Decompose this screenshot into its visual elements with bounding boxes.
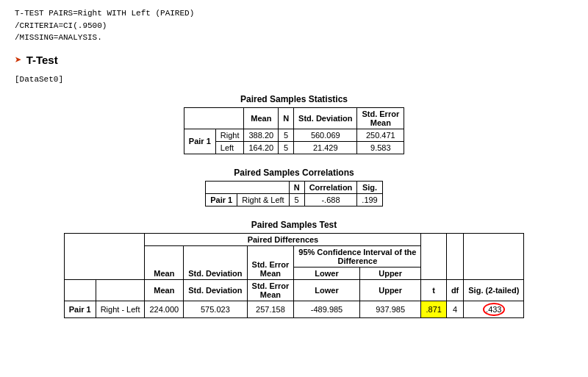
table-row: Left 164.20 5 21.429 9.583 xyxy=(184,141,404,154)
right-mean: 388.20 xyxy=(244,129,279,141)
corr-pair-label: Pair 1 xyxy=(206,193,237,206)
test-mean: 224.000 xyxy=(145,301,184,317)
col-mean: Mean xyxy=(244,107,279,129)
paired-correlations-section: Paired Samples Correlations N Correlatio… xyxy=(15,168,573,207)
sub-std-dev: Std. Deviation xyxy=(184,279,247,301)
sub-df: df xyxy=(446,279,463,301)
ci-header: 95% Confidence Interval of theDifference xyxy=(294,245,421,267)
test-std-error: 257.158 xyxy=(247,301,294,317)
sub-std-error: Std. ErrorMean xyxy=(247,279,294,301)
row-right-label: Right xyxy=(215,129,244,141)
arrow-icon: ➤ xyxy=(15,53,22,68)
test-upper: 937.985 xyxy=(359,301,421,317)
col-mean-header: Mean xyxy=(145,245,184,279)
syntax-code: T-TEST PAIRS=Right WITH Left (PAIRED) /C… xyxy=(15,7,573,44)
left-n: 5 xyxy=(279,141,294,154)
test-df: 4 xyxy=(446,301,463,317)
corr-col-n: N xyxy=(289,181,304,193)
dataset-label: [DataSet0] xyxy=(15,75,573,84)
left-std-error: 9.583 xyxy=(357,141,404,154)
table-row: Pair 1 Right 388.20 5 560.069 250.471 xyxy=(184,129,404,141)
sub-sig: Sig. (2-tailed) xyxy=(464,279,524,301)
col-std-dev-header: Std. Deviation xyxy=(184,245,247,279)
section-title: T-Test xyxy=(26,54,58,66)
paired-correlations-table: N Correlation Sig. Pair 1 Right & Left 5… xyxy=(205,181,383,207)
right-n: 5 xyxy=(279,129,294,141)
col-lower: Lower xyxy=(294,267,359,279)
sub-t: t xyxy=(421,279,446,301)
table-row: Pair 1 Right & Left 5 -.688 .199 xyxy=(206,193,383,206)
row-left-label: Left xyxy=(215,141,244,154)
test-sig: .433 xyxy=(464,301,524,317)
paired-correlations-title: Paired Samples Correlations xyxy=(15,168,573,178)
test-lower: -489.985 xyxy=(294,301,359,317)
right-std-dev: 560.069 xyxy=(294,129,357,141)
test-t: .871 xyxy=(421,301,446,317)
col-n: N xyxy=(279,107,294,129)
paired-test-title: Paired Samples Test xyxy=(15,220,573,230)
test-pair-name: Right - Left xyxy=(96,301,145,317)
corr-n: 5 xyxy=(289,193,304,206)
sub-upper: Upper xyxy=(359,279,421,301)
paired-diff-header: Paired Differences xyxy=(145,233,421,245)
left-mean: 164.20 xyxy=(244,141,279,154)
corr-value: -.688 xyxy=(304,193,357,206)
paired-statistics-section: Paired Samples Statistics Mean N Std. De… xyxy=(15,94,573,154)
sig-circled-value: .433 xyxy=(483,303,504,316)
paired-statistics-table: Mean N Std. Deviation Std. ErrorMean Pai… xyxy=(184,107,404,154)
left-std-dev: 21.429 xyxy=(294,141,357,154)
col-upper: Upper xyxy=(359,267,421,279)
t-test-header: ➤ T-Test xyxy=(15,53,573,68)
col-std-error-mean: Std. ErrorMean xyxy=(357,107,404,129)
sub-lower: Lower xyxy=(294,279,359,301)
corr-col-corr: Correlation xyxy=(304,181,357,193)
test-std-dev: 575.023 xyxy=(184,301,247,317)
corr-sig: .199 xyxy=(357,193,382,206)
col-std-error-header: Std. ErrorMean xyxy=(247,245,294,279)
corr-col-sig: Sig. xyxy=(357,181,382,193)
corr-pair-name: Right & Left xyxy=(237,193,289,206)
paired-test-section: Paired Samples Test Paired Differences M… xyxy=(15,220,573,318)
paired-test-table: Paired Differences Mean Std. Deviation S… xyxy=(64,233,525,318)
test-row: Pair 1 Right - Left 224.000 575.023 257.… xyxy=(64,301,524,317)
test-pair-label: Pair 1 xyxy=(64,301,96,317)
col-std-dev: Std. Deviation xyxy=(294,107,357,129)
sub-mean: Mean xyxy=(145,279,184,301)
paired-statistics-title: Paired Samples Statistics xyxy=(15,94,573,104)
right-std-error: 250.471 xyxy=(357,129,404,141)
